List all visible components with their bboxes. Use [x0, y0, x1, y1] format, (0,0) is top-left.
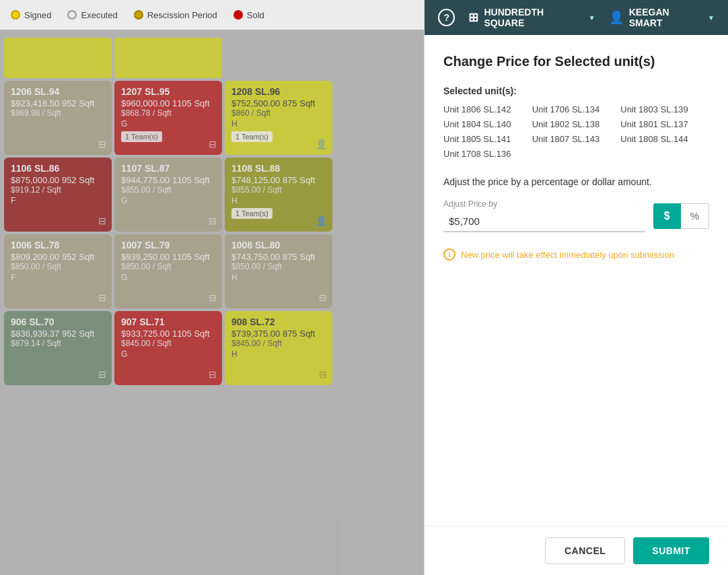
- unit-ref-4: Unit 1802 SL.138: [532, 118, 621, 131]
- adjust-price-label: Adjust Price by: [443, 199, 645, 209]
- unit-ref-6: Unit 1805 SL.141: [443, 133, 532, 145]
- adjust-description: Adjust the price by a percentage or doll…: [443, 176, 709, 187]
- unit-ref-7: Unit 1807 SL.143: [532, 133, 621, 145]
- executed-dot: [67, 10, 77, 20]
- user-name: KEEGAN SMART: [629, 7, 702, 28]
- legend-signed: Signed: [11, 10, 51, 20]
- selected-units-grid: Unit 1806 SL.142 Unit 1706 SL.134 Unit 1…: [443, 103, 709, 160]
- legend-sold: Sold: [233, 10, 264, 20]
- legend-bar: Signed Executed Rescission Period Sold: [0, 0, 424, 30]
- legend-rescission: Rescission Period: [134, 10, 217, 20]
- sold-dot: [233, 10, 243, 20]
- user-icon: 👤: [609, 10, 624, 25]
- building-name: HUNDREDTH SQUARE: [484, 7, 583, 28]
- adjust-price-input[interactable]: [443, 211, 645, 232]
- unit-ref-2: Unit 1803 SL.139: [620, 103, 709, 116]
- unit-ref-0: Unit 1806 SL.142: [443, 103, 532, 116]
- info-icon: i: [443, 248, 456, 261]
- help-icon: ?: [443, 12, 449, 23]
- left-background-panel: Signed Executed Rescission Period Sold 1…: [0, 0, 424, 575]
- info-text: New price will take effect immediately u…: [461, 250, 674, 260]
- sold-label: Sold: [247, 10, 264, 20]
- dollar-toggle-button[interactable]: $: [653, 203, 681, 229]
- user-chevron-icon: ▼: [708, 14, 715, 22]
- selected-units-label: Selected unit(s):: [443, 86, 709, 96]
- signed-dot: [11, 10, 20, 20]
- cancel-button[interactable]: CANCEL: [545, 537, 625, 564]
- percent-toggle-button[interactable]: %: [681, 203, 709, 229]
- dialog-title: Change Price for Selected unit(s): [443, 54, 709, 69]
- submit-button[interactable]: SUBMIT: [633, 537, 709, 564]
- adjust-price-row: Adjust Price by $ %: [443, 199, 709, 232]
- dialog-footer: CANCEL SUBMIT: [425, 526, 728, 575]
- user-selector[interactable]: 👤 KEEGAN SMART ▼: [609, 7, 715, 28]
- dialog-content: Change Price for Selected unit(s) Select…: [425, 35, 728, 526]
- overlay: [0, 0, 424, 575]
- help-button[interactable]: ?: [438, 9, 455, 26]
- rescission-dot: [134, 10, 143, 20]
- adjust-input-wrapper: Adjust Price by: [443, 199, 645, 232]
- building-selector[interactable]: ⊞ HUNDREDTH SQUARE ▼: [468, 7, 595, 28]
- unit-ref-8: Unit 1808 SL.144: [620, 133, 709, 145]
- unit-ref-3: Unit 1804 SL.140: [443, 118, 532, 131]
- building-icon: ⊞: [468, 10, 478, 25]
- unit-ref-9: Unit 1708 SL.136: [443, 147, 532, 160]
- executed-label: Executed: [81, 10, 117, 20]
- info-row: i New price will take effect immediately…: [443, 248, 709, 261]
- signed-label: Signed: [24, 10, 51, 20]
- unit-ref-5: Unit 1801 SL.137: [620, 118, 709, 131]
- unit-ref-1: Unit 1706 SL.134: [532, 103, 621, 116]
- right-panel: ? ⊞ HUNDREDTH SQUARE ▼ 👤 KEEGAN SMART ▼ …: [424, 0, 728, 575]
- rescission-label: Rescission Period: [147, 10, 217, 20]
- app-header: ? ⊞ HUNDREDTH SQUARE ▼ 👤 KEEGAN SMART ▼: [425, 0, 728, 35]
- building-chevron-icon: ▼: [589, 14, 595, 22]
- legend-executed: Executed: [67, 10, 117, 20]
